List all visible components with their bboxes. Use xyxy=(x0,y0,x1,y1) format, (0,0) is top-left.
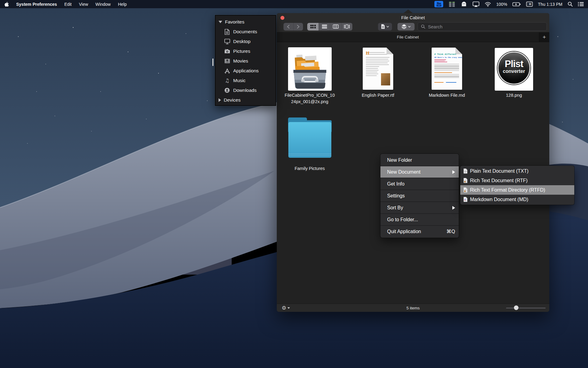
disclosure-down-icon xyxy=(219,21,222,23)
wifi-menubar-icon[interactable] xyxy=(485,2,491,7)
grouping-toolbar-button[interactable] xyxy=(397,23,415,31)
sidebar-item-label: Downloads xyxy=(233,88,257,93)
menu-item-new-document[interactable]: New Document xyxy=(380,166,459,178)
close-button[interactable] xyxy=(280,16,284,20)
icon-size-slider[interactable] xyxy=(506,308,546,308)
sidebar-item-applications[interactable]: Applications xyxy=(216,66,276,76)
file-label[interactable]: Markdown File.md xyxy=(413,92,480,99)
file-label[interactable]: English Paper.rtf xyxy=(344,92,412,99)
view-mode-segmented-control xyxy=(307,23,352,31)
view-list-button[interactable] xyxy=(319,23,330,31)
file-cabinet-menubar-icon[interactable] xyxy=(434,1,443,7)
folder-icon-family-pictures[interactable] xyxy=(288,117,332,158)
apple-menu-icon[interactable] xyxy=(4,2,9,7)
devices-header-label: Devices xyxy=(224,97,241,103)
rtf-dropcap: H xyxy=(366,51,369,55)
new-document-toolbar-button[interactable] xyxy=(378,23,392,31)
file-icon-128-png[interactable]: Plist converter xyxy=(495,48,533,91)
window-titlebar[interactable]: File Cabinet xyxy=(277,13,549,22)
tab-file-cabinet[interactable]: File Cabinet xyxy=(277,32,539,42)
camera-icon xyxy=(224,49,230,54)
view-grid-button[interactable] xyxy=(307,23,319,31)
menu-item-quit-application[interactable]: Quit Application ⌘Q xyxy=(380,226,459,237)
file-label[interactable]: Family Pictures xyxy=(277,165,343,172)
coverflow-view-icon xyxy=(344,24,350,29)
submenu-arrow-icon xyxy=(452,206,455,210)
sidebar-item-movies[interactable]: Movies xyxy=(216,56,276,66)
menubar-clock[interactable]: Thu 1:13 PM xyxy=(538,2,562,7)
desktop-monitor-icon xyxy=(224,39,230,44)
popover-arrow xyxy=(404,9,413,13)
txt-document-icon xyxy=(463,168,468,174)
sidebar-item-label: Documents xyxy=(233,29,257,34)
submenu-item-markdown-md[interactable]: Markdown Document (MD) xyxy=(460,195,574,204)
menubar-menu-help[interactable]: Help xyxy=(118,2,127,7)
view-columns-button[interactable] xyxy=(330,23,341,31)
slider-thumb[interactable] xyxy=(514,305,519,310)
chevron-down-icon xyxy=(408,26,411,27)
back-button[interactable] xyxy=(283,23,294,31)
file-label[interactable]: 128.png xyxy=(480,92,547,99)
md-heading1: # Think different xyxy=(434,53,459,56)
sidebar-item-label: Music xyxy=(233,78,245,83)
menu-item-go-to-folder[interactable]: Go to Folder... xyxy=(380,214,459,225)
rtf-document-icon xyxy=(463,178,468,183)
chevron-right-icon xyxy=(297,25,300,29)
battery-charging-icon xyxy=(512,2,521,6)
menu-item-settings[interactable]: Settings xyxy=(380,190,459,201)
devices-group-header[interactable]: Devices xyxy=(216,95,276,105)
spotlight-search-icon[interactable] xyxy=(568,2,573,7)
menu-item-sort-by[interactable]: Sort By xyxy=(380,202,459,213)
sidebar-item-downloads[interactable]: Downloads xyxy=(216,85,276,95)
sidebar-item-desktop[interactable]: Desktop xyxy=(216,37,276,46)
new-document-submenu: Plain Text Document (TXT) Rich Text Docu… xyxy=(460,166,574,205)
downloads-circle-icon xyxy=(224,88,230,93)
menubar-menu-view[interactable]: View xyxy=(79,2,88,7)
file-icon-filecabinetpro-png[interactable] xyxy=(288,47,332,91)
airplay-display-menubar-icon[interactable] xyxy=(472,1,479,7)
menubar-menu-window[interactable]: Window xyxy=(95,2,111,7)
add-tab-button[interactable]: + xyxy=(539,32,549,42)
view-coverflow-button[interactable] xyxy=(341,23,352,31)
menu-item-new-folder[interactable]: New Folder xyxy=(380,154,459,166)
memory-rows-menubar-icon[interactable] xyxy=(448,2,455,7)
list-view-icon xyxy=(322,24,327,29)
file-icon-english-paper-rtf[interactable]: H xyxy=(363,48,393,90)
keyboard-command-menubar-icon[interactable]: ⌘ xyxy=(526,2,533,7)
window-toolbar xyxy=(277,22,549,32)
menubar-menu-edit[interactable]: Edit xyxy=(64,2,72,7)
favorites-group-header[interactable]: Favorites xyxy=(216,17,276,27)
notification-center-icon[interactable] xyxy=(578,2,584,6)
applications-a-icon xyxy=(224,68,230,74)
sidebar-item-pictures[interactable]: Pictures xyxy=(216,46,276,56)
sidebar-item-label: Desktop xyxy=(233,39,251,44)
forward-button[interactable] xyxy=(294,23,303,31)
submenu-item-plain-text-txt[interactable]: Plain Text Document (TXT) xyxy=(460,166,574,176)
sidebar-item-music[interactable]: ♫ Music xyxy=(216,76,276,85)
search-field[interactable] xyxy=(418,22,547,31)
tab-bar: File Cabinet + xyxy=(277,32,549,42)
submenu-item-rich-text-format-directory-rtfd[interactable]: Rich Text Format Directory (RTFD) xyxy=(460,185,574,195)
sidebar-item-label: Applications xyxy=(233,68,259,74)
disclosure-right-icon xyxy=(219,98,221,102)
desktop: System Preferences Edit View Window Help xyxy=(0,0,588,368)
search-icon xyxy=(421,24,425,29)
menu-shortcut: ⌘Q xyxy=(446,229,455,234)
columns-view-icon xyxy=(333,24,339,29)
text-cursor xyxy=(212,59,213,66)
favorites-header-label: Favorites xyxy=(225,19,244,25)
music-note-icon: ♫ xyxy=(224,78,230,84)
chevron-left-icon xyxy=(287,25,290,29)
search-input[interactable] xyxy=(427,24,543,30)
md-heading2: ## Here's to the crazy ones. xyxy=(434,56,459,58)
menubar-app-name[interactable]: System Preferences xyxy=(16,2,57,7)
plist-converter-badge: Plist converter xyxy=(497,52,530,85)
context-menu: New Folder New Document Get Info Setting… xyxy=(380,154,459,238)
file-label[interactable]: FileCabinetPro_ICON_10 24px_001@2x.png xyxy=(277,92,343,105)
submenu-item-rich-text-rtf[interactable]: Rich Text Document (RTF) xyxy=(460,176,574,185)
ghost-menubar-icon[interactable] xyxy=(461,1,467,7)
plist-badge-line1: Plist xyxy=(498,59,529,70)
sidebar-item-documents[interactable]: Documents xyxy=(216,27,276,37)
menu-item-get-info[interactable]: Get Info xyxy=(380,178,459,189)
file-icon-markdown-md[interactable]: # Think different ## Here's to the crazy… xyxy=(432,48,462,90)
